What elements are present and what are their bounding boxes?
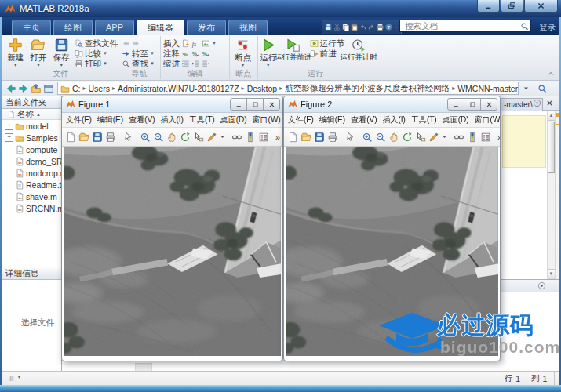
scroll-down-button[interactable]: ▼: [548, 269, 555, 278]
forward-arrow-icon[interactable]: [18, 83, 29, 94]
status-grip-dropdown[interactable]: ▾: [18, 374, 20, 379]
ribbon-tab-1[interactable]: 主页: [12, 20, 51, 35]
file-row[interactable]: +Samples: [2, 132, 61, 143]
pane-collapse-icon[interactable]: [537, 281, 546, 290]
new-doc-button[interactable]: [65, 130, 76, 143]
file-row[interactable]: +model: [2, 120, 61, 132]
indent-right-icon[interactable]: [191, 60, 200, 68]
find-files-button[interactable]: 查找文件: [75, 38, 118, 49]
save-button[interactable]: [314, 130, 325, 143]
wrap-comment-icon[interactable]: %: [202, 49, 210, 58]
colorbar-button[interactable]: [467, 130, 478, 143]
menu-item[interactable]: 窗口(W): [253, 114, 281, 125]
menu-item[interactable]: 桌面(D): [443, 114, 469, 125]
signin-link[interactable]: 登录: [539, 22, 556, 33]
rotate-3d-button[interactable]: [180, 130, 191, 143]
file-row[interactable]: modcrop.m: [2, 167, 61, 179]
indent-left-icon[interactable]: [202, 60, 210, 68]
link-plot-button[interactable]: [454, 130, 464, 143]
new-button[interactable]: 新建▼: [4, 38, 27, 67]
insert-image-icon[interactable]: [202, 39, 210, 48]
legend-button[interactable]: [258, 130, 269, 143]
tree-expander-icon[interactable]: +: [5, 133, 13, 142]
close-button[interactable]: [263, 98, 280, 111]
link-plot-button[interactable]: [231, 130, 242, 143]
zoom-out-button[interactable]: [153, 130, 164, 143]
brush-button[interactable]: [428, 130, 439, 143]
editor-tab-close-icon[interactable]: [545, 99, 554, 107]
menu-item[interactable]: 编辑(E): [97, 114, 123, 125]
message-indicator[interactable]: [556, 113, 559, 117]
maximize-button[interactable]: [464, 98, 481, 111]
data-cursor-button[interactable]: [193, 130, 204, 143]
details-header[interactable]: 详细信息: [2, 267, 61, 280]
figure-titlebar[interactable]: Figure 1: [62, 96, 282, 113]
breakpoints-button[interactable]: 断点▼: [230, 38, 256, 67]
breadcrumb-item[interactable]: C:: [72, 84, 81, 93]
qa-undo-icon[interactable]: [359, 23, 367, 31]
nav-back-icon[interactable]: [122, 39, 130, 48]
qa-print-icon[interactable]: [376, 23, 384, 31]
status-grip-icon[interactable]: [7, 374, 16, 383]
colorbar-button[interactable]: [245, 130, 256, 143]
qa-save-icon[interactable]: [324, 23, 333, 31]
menu-item[interactable]: 编辑(E): [319, 114, 345, 125]
scroll-up-button[interactable]: ▲: [548, 111, 555, 121]
file-row[interactable]: SRCNN.m: [2, 202, 61, 214]
breadcrumb-item[interactable]: Administrator.WIN7U-20180127Z: [118, 84, 239, 93]
goto-button[interactable]: 转至▼: [122, 49, 155, 59]
restore-button[interactable]: [501, 0, 523, 13]
figure-titlebar[interactable]: Figure 2: [284, 96, 500, 113]
brush-button[interactable]: [206, 130, 217, 143]
run-section-button[interactable]: 运行节: [310, 38, 345, 49]
file-row[interactable]: demo_SR_i: [2, 155, 61, 167]
file-row[interactable]: Readme.txt: [2, 179, 61, 191]
file-row[interactable]: shave.m: [2, 191, 61, 202]
ribbon-tab-6[interactable]: 视图: [228, 20, 268, 35]
pan-button[interactable]: [388, 130, 399, 143]
back-arrow-icon[interactable]: [5, 83, 16, 94]
maximize-button[interactable]: [246, 98, 264, 111]
dropdown-button[interactable]: [220, 130, 225, 143]
warning-marker[interactable]: [556, 124, 559, 125]
insert-fx-icon[interactable]: fx: [191, 39, 200, 48]
open-folder-button[interactable]: [301, 130, 311, 143]
save-button[interactable]: 保存▼: [50, 38, 73, 67]
ribbon-tab-2[interactable]: 绘图: [53, 20, 93, 35]
qa-dropdown-icon[interactable]: [393, 24, 399, 31]
qa-copy-icon[interactable]: [341, 23, 350, 31]
breadcrumb[interactable]: C:▸Users▸Administrator.WIN7U-20180127Z▸D…: [57, 82, 519, 95]
dropdown-button[interactable]: [442, 130, 447, 143]
insert-section-icon[interactable]: [181, 39, 190, 48]
breadcrumb-item[interactable]: Users: [89, 84, 110, 93]
qa-paste-icon[interactable]: [350, 23, 359, 31]
name-column-header[interactable]: 名称 ▲: [2, 109, 61, 120]
close-button[interactable]: [480, 98, 497, 111]
ribbon-collapse-icon[interactable]: [546, 70, 556, 78]
legend-button[interactable]: [480, 130, 491, 143]
menu-item[interactable]: 工具(T): [411, 114, 437, 125]
new-doc-button[interactable]: [287, 130, 298, 143]
pan-button[interactable]: [166, 130, 177, 143]
zoom-in-button[interactable]: [140, 130, 151, 143]
save-button[interactable]: [92, 130, 103, 143]
browse-window-icon[interactable]: [43, 83, 54, 94]
menu-item[interactable]: 插入(I): [382, 114, 405, 125]
breadcrumb-dropdown-icon[interactable]: [523, 85, 530, 92]
file-row[interactable]: compute_p: [2, 143, 61, 155]
editor-tab-dropdown-icon[interactable]: [533, 99, 541, 107]
current-folder-header[interactable]: 当前文件夹: [2, 96, 61, 109]
print-button[interactable]: [327, 130, 338, 143]
up-folder-icon[interactable]: [31, 83, 42, 94]
open-button[interactable]: 打开▼: [27, 38, 49, 67]
print-button[interactable]: [105, 130, 116, 143]
toolbar-overflow-icon[interactable]: »: [275, 132, 280, 142]
menu-item[interactable]: 查看(V): [129, 114, 155, 125]
pointer-button[interactable]: [344, 130, 355, 143]
zoom-in-button[interactable]: [362, 130, 373, 143]
zoom-out-button[interactable]: [375, 130, 386, 143]
search-icon[interactable]: [520, 22, 529, 31]
qa-help-icon[interactable]: ?: [384, 23, 393, 31]
breadcrumb-item[interactable]: 航空影像超分辨率的小波多尺度卷积神经网络: [285, 83, 450, 94]
minimize-button[interactable]: [447, 98, 464, 111]
